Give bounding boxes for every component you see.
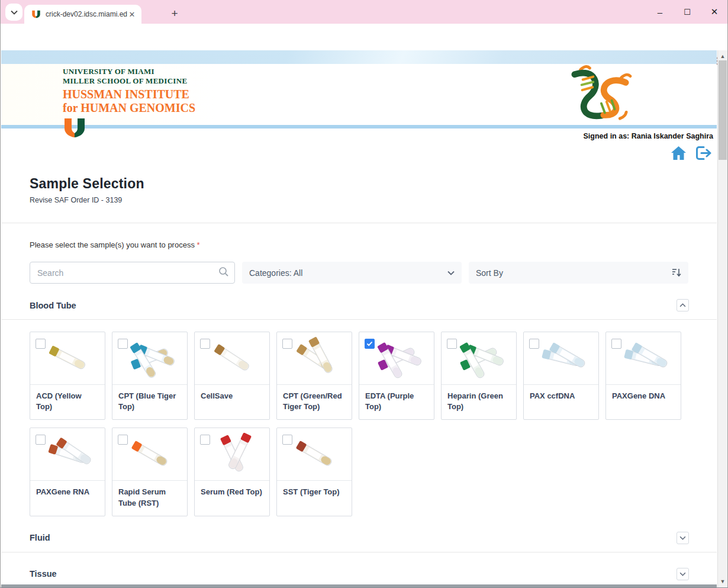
search-input[interactable]: [30, 262, 235, 284]
logout-button[interactable]: [695, 146, 712, 160]
window-maximize-button[interactable]: ☐: [675, 0, 700, 24]
page-title: Sample Selection: [30, 176, 717, 192]
tab-title: crick-dev02.idsc.miami.edu:844: [46, 10, 127, 18]
section-divider: [1, 552, 717, 552]
chevron-down-icon: [11, 10, 18, 15]
sample-image: [277, 332, 352, 385]
sample-card[interactable]: PAXGene RNA: [30, 428, 105, 516]
sample-card[interactable]: ACD (Yellow Top): [30, 332, 105, 420]
section-title: Blood Tube: [30, 301, 76, 310]
browser-titlebar: crick-dev02.idsc.miami.edu:844 ✕ + – ☐ ✕: [1, 0, 727, 24]
sample-checkbox[interactable]: [529, 339, 539, 349]
window-close-button[interactable]: ✕: [702, 0, 727, 24]
quick-actions: [1, 140, 717, 160]
chevron-down-icon: [447, 271, 455, 275]
categories-dropdown[interactable]: Categories: All: [242, 262, 462, 284]
institute-name-line1: HUSSMAN INSTITUTE: [63, 88, 195, 101]
sample-checkbox[interactable]: [118, 435, 128, 445]
section-header-fluid: Fluid: [30, 532, 689, 544]
sort-by-label: Sort By: [476, 268, 503, 278]
sample-checkbox[interactable]: [282, 435, 292, 445]
sample-checkbox[interactable]: [611, 339, 621, 349]
sample-card[interactable]: Serum (Red Top): [194, 428, 270, 516]
sample-label: Heparin (Green Top): [442, 385, 516, 419]
categories-value: Categories: All: [249, 268, 302, 278]
section-header-tissue: Tissue: [30, 568, 689, 580]
sample-image: [606, 332, 681, 385]
blood-tube-grid: ACD (Yellow Top)CPT (Blue Tiger Top)Cell…: [30, 332, 683, 516]
scroll-down-icon[interactable]: ▼: [718, 577, 727, 586]
sample-card[interactable]: EDTA (Purple Top): [359, 332, 434, 420]
sample-label: CPT (Green/Red Tiger Top): [277, 385, 352, 419]
dna-logo: [563, 65, 639, 126]
browser-tab[interactable]: crick-dev02.idsc.miami.edu:844 ✕: [24, 5, 141, 24]
sample-checkbox[interactable]: [200, 435, 210, 445]
sample-checkbox[interactable]: [282, 339, 292, 349]
sample-image: [195, 332, 269, 385]
tab-close-icon[interactable]: ✕: [127, 9, 137, 19]
um-logo: [63, 118, 195, 140]
bottom-strip: [1, 584, 717, 587]
sample-image: [359, 332, 434, 385]
sample-checkbox[interactable]: [447, 339, 457, 349]
sample-checkbox[interactable]: [200, 339, 210, 349]
new-tab-button[interactable]: +: [166, 5, 183, 22]
search-icon: [218, 266, 229, 279]
sample-card[interactable]: CellSave: [194, 332, 270, 420]
sample-checkbox[interactable]: [118, 339, 128, 349]
home-icon: [671, 146, 687, 160]
scrollbar-thumb[interactable]: [719, 60, 727, 160]
scroll-up-icon[interactable]: ▲: [718, 52, 727, 61]
institute-name-line2: for HUMAN GENOMICS: [63, 101, 195, 115]
filter-row: Categories: All Sort By: [30, 262, 688, 284]
chevron-down-icon: [679, 536, 686, 540]
section-title: Fluid: [30, 533, 50, 542]
sample-checkbox[interactable]: [365, 339, 375, 349]
um-u-icon: [63, 118, 86, 138]
page-scrollbar[interactable]: ▲ ▼: [717, 50, 727, 587]
sample-label: Serum (Red Top): [195, 481, 269, 509]
sort-icon: [672, 268, 681, 277]
sample-checkbox[interactable]: [36, 339, 46, 349]
sample-image: [112, 332, 187, 385]
window-minimize-button[interactable]: –: [648, 0, 672, 24]
page-subtitle: Revise SAF Order ID - 3139: [30, 196, 717, 204]
sample-image: [195, 428, 269, 481]
chevron-up-icon: [679, 303, 686, 307]
sample-card[interactable]: SST (Tiger Top): [276, 428, 352, 516]
school-name: MILLER SCHOOL OF MEDICINE: [63, 76, 195, 86]
sample-label: ACD (Yellow Top): [30, 385, 105, 419]
browser-window: crick-dev02.idsc.miami.edu:844 ✕ + – ☐ ✕: [0, 0, 728, 588]
sample-sections: Blood TubeACD (Yellow Top)CPT (Blue Tige…: [1, 299, 717, 587]
section-title: Tissue: [30, 569, 57, 579]
sample-card[interactable]: PAX ccfDNA: [523, 332, 599, 420]
section-toggle-button[interactable]: [677, 532, 689, 544]
university-name: UNIVERSITY OF MIAMI: [63, 67, 195, 76]
home-button[interactable]: [671, 146, 687, 160]
tab-favicon-icon: [31, 9, 41, 19]
sample-label: CellSave: [195, 385, 269, 413]
sample-label: Rapid Serum Tube (RST): [112, 481, 187, 515]
sample-image: [30, 428, 105, 481]
sample-card[interactable]: Rapid Serum Tube (RST): [112, 428, 188, 516]
sample-card[interactable]: Heparin (Green Top): [441, 332, 517, 420]
section-toggle-button[interactable]: [677, 299, 689, 311]
sample-image: [30, 332, 105, 385]
sample-label: EDTA (Purple Top): [359, 385, 434, 419]
university-wordmark: UNIVERSITY OF MIAMI MILLER SCHOOL OF MED…: [63, 67, 195, 140]
sort-by-control[interactable]: Sort By: [469, 262, 688, 284]
sample-card[interactable]: CPT (Green/Red Tiger Top): [276, 332, 352, 420]
sample-label: SST (Tiger Top): [277, 481, 352, 509]
sample-checkbox[interactable]: [36, 435, 46, 445]
site-banner: UNIVERSITY OF MIAMI MILLER SCHOOL OF MED…: [1, 64, 717, 125]
section-toggle-button[interactable]: [677, 568, 689, 580]
sample-label: PAXGene DNA: [606, 385, 681, 413]
sample-label: PAXGene RNA: [30, 481, 105, 509]
sample-image: [442, 332, 516, 385]
header-sky-band: [1, 50, 717, 64]
sample-card[interactable]: PAXGene DNA: [605, 332, 681, 420]
logout-icon: [695, 146, 712, 160]
section-header-blood-tube: Blood Tube: [30, 299, 689, 311]
tab-search-button[interactable]: [5, 4, 22, 21]
sample-card[interactable]: CPT (Blue Tiger Top): [112, 332, 188, 420]
